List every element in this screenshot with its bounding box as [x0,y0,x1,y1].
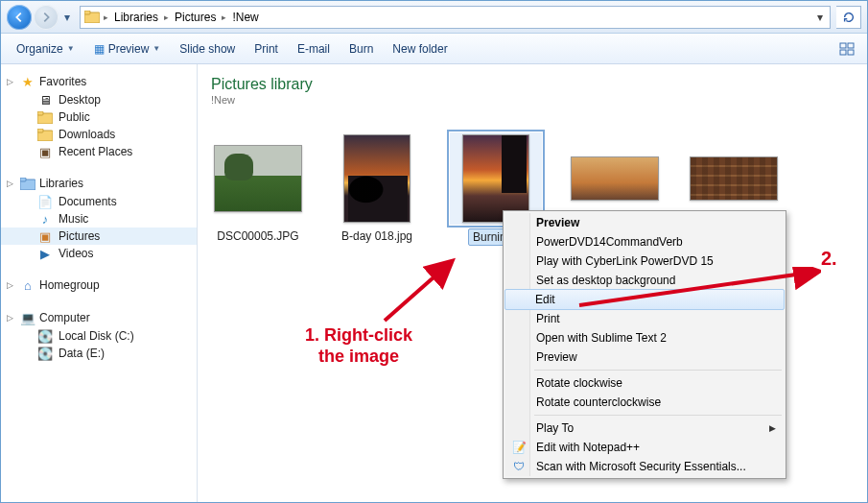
svg-rect-7 [37,111,43,115]
favorites-group: ▷ ★ Favorites 🖥Desktop Public Downloads … [1,72,197,160]
breadcrumb-pictures[interactable]: Pictures [171,7,220,28]
svg-rect-3 [848,43,854,48]
collapse-icon: ▷ [7,179,16,188]
arrow-right-icon [39,11,53,24]
library-title: Pictures library [211,76,854,93]
forward-button[interactable] [34,5,59,30]
ctx-print[interactable]: Print [505,309,784,328]
sidebar-item-downloads[interactable]: Downloads [1,126,197,143]
file-item[interactable]: DSC00005.JPG [211,132,305,246]
sidebar-item-public[interactable]: Public [1,108,197,126]
preview-icon: ▦ [94,42,105,56]
svg-rect-2 [840,43,846,48]
libraries-icon [20,176,35,191]
slideshow-button[interactable]: Slide show [172,38,243,60]
folder-icon [37,109,53,125]
file-name: DSC00005.JPG [213,228,302,244]
chevron-right-icon[interactable]: ▸ [102,12,110,22]
svg-rect-1 [84,11,90,14]
computer-header[interactable]: ▷ 💻 Computer [1,308,197,327]
collapse-icon: ▷ [7,280,16,290]
breadcrumb-new[interactable]: !New [228,7,262,28]
svg-rect-4 [840,50,846,55]
sidebar-item-data[interactable]: 💽Data (E:) [1,345,197,362]
submenu-arrow-icon: ▶ [769,423,776,433]
documents-icon: 📄 [37,194,53,209]
ctx-set-background[interactable]: Set as desktop background [505,271,784,290]
svg-rect-9 [37,129,43,132]
collapse-icon: ▷ [7,77,16,86]
sidebar-item-recent[interactable]: ▣Recent Places [1,143,197,160]
refresh-icon [842,11,856,24]
ctx-edit[interactable]: Edit [504,289,785,310]
ctx-powerdvd15[interactable]: Play with CyberLink PowerDVD 15 [505,252,784,271]
address-bar[interactable]: ▸ Libraries ▸ Pictures ▸ !New ▾ [80,6,831,29]
refresh-button[interactable] [836,6,861,29]
print-button[interactable]: Print [246,38,286,60]
organize-menu[interactable]: Organize▼ [9,38,82,60]
library-subtitle: !New [211,94,854,106]
homegroup-header[interactable]: ▷ ⌂ Homegroup [1,275,197,295]
thumbnail-image [343,134,411,223]
desktop-icon: 🖥 [37,92,53,108]
music-icon: ♪ [37,211,53,227]
svg-rect-11 [20,178,26,181]
view-options-button[interactable] [834,37,859,60]
ctx-rotate-cw[interactable]: Rotate clockwise [505,373,784,393]
ctx-powerdvd14[interactable]: PowerDVD14CommandVerb [505,232,784,252]
favorites-header[interactable]: ▷ ★ Favorites [1,72,197,91]
burn-button[interactable]: Burn [341,38,381,60]
thumbnail-image [690,156,778,201]
chevron-right-icon[interactable]: ▸ [162,12,171,22]
shield-icon: 🛡 [511,459,527,474]
libraries-icon [84,10,100,25]
homegroup-icon: ⌂ [20,277,35,293]
preview-menu[interactable]: ▦ Preview▼ [86,38,169,60]
libraries-group: ▷ Libraries 📄Documents ♪Music ▣Pictures … [1,174,197,262]
breadcrumb-libraries[interactable]: Libraries [110,7,162,28]
sidebar-item-videos[interactable]: ▶Videos [1,245,197,262]
sidebar-item-localdisk[interactable]: 💽Local Disk (C:) [1,327,197,345]
context-menu: Preview PowerDVD14CommandVerb Play with … [503,210,786,479]
homegroup-group: ▷ ⌂ Homegroup [1,275,197,295]
sidebar-item-pictures[interactable]: ▣Pictures [1,228,197,245]
file-name: B-day 018.jpg [338,228,416,244]
chevron-right-icon[interactable]: ▸ [220,12,228,22]
separator [534,415,782,416]
collapse-icon: ▷ [7,313,16,323]
email-button[interactable]: E-mail [290,38,338,60]
nav-history-dropdown[interactable]: ▾ [60,11,74,24]
ctx-edit-notepadpp[interactable]: 📝Edit with Notepad++ [505,438,784,457]
ctx-sublime[interactable]: Open with Sublime Text 2 [505,328,784,347]
ctx-preview2[interactable]: Preview [505,347,784,367]
star-icon: ★ [20,74,35,89]
newfolder-button[interactable]: New folder [385,38,455,60]
ctx-preview[interactable]: Preview [505,213,784,232]
ctx-scan-mse[interactable]: 🛡Scan with Microsoft Security Essentials… [505,457,784,476]
drive-icon: 💽 [37,346,53,361]
videos-icon: ▶ [37,246,53,261]
drive-icon: 💽 [37,328,53,344]
libraries-header[interactable]: ▷ Libraries [1,174,197,193]
pictures-icon: ▣ [37,228,53,244]
view-icon [839,42,855,56]
sidebar-item-desktop[interactable]: 🖥Desktop [1,91,197,108]
command-bar: Organize▼ ▦ Preview▼ Slide show Print E-… [1,34,867,64]
sidebar-item-music[interactable]: ♪Music [1,210,197,228]
ctx-rotate-ccw[interactable]: Rotate counterclockwise [505,393,784,412]
navigation-bar: ▾ ▸ Libraries ▸ Pictures ▸ !New ▾ [1,1,867,34]
thumbnail-image [571,156,659,201]
folder-icon [37,127,53,142]
svg-rect-5 [848,50,854,55]
computer-icon: 💻 [20,310,35,325]
address-dropdown[interactable]: ▾ [810,11,828,24]
ctx-play-to[interactable]: Play To▶ [505,419,784,438]
sidebar-item-documents[interactable]: 📄Documents [1,193,197,210]
recent-icon: ▣ [37,144,53,159]
arrow-left-icon [12,11,26,24]
computer-group: ▷ 💻 Computer 💽Local Disk (C:) 💽Data (E:) [1,308,197,362]
file-item[interactable]: B-day 018.jpg [330,132,424,246]
thumbnail-image [214,145,302,212]
back-button[interactable] [7,5,32,30]
separator [534,370,782,371]
